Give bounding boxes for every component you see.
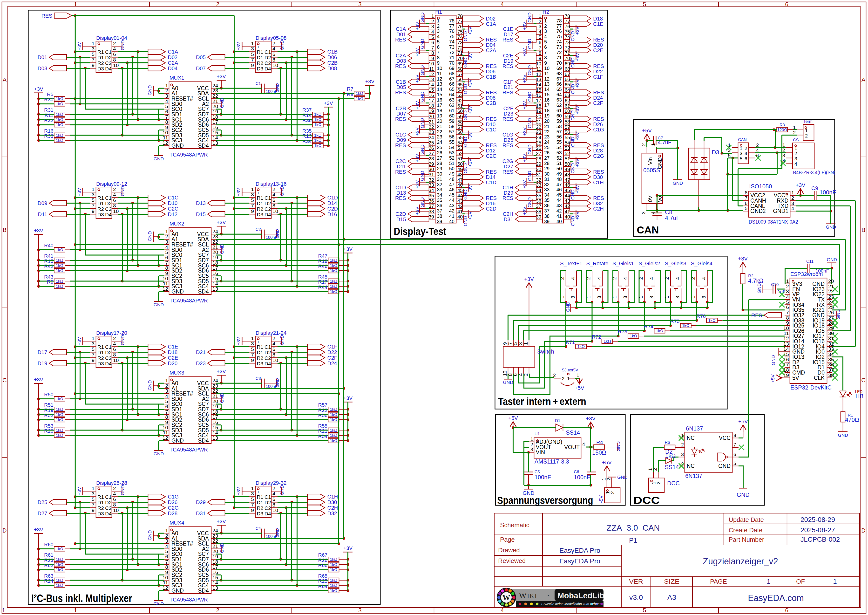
svg-text:1: 1 — [586, 296, 591, 298]
svg-text:R1: R1 — [97, 195, 104, 201]
svg-text:2: 2 — [544, 23, 547, 29]
svg-text:D25: D25 — [37, 499, 47, 505]
svg-text:24: 24 — [828, 299, 834, 305]
svg-text:GND: GND — [154, 302, 164, 307]
svg-text:S_Gleis4: S_Gleis4 — [691, 261, 712, 267]
svg-text:D4: D4 — [265, 66, 271, 72]
svg-text:D: D — [861, 527, 865, 534]
svg-text:61: 61 — [556, 108, 562, 113]
svg-text:42: 42 — [565, 204, 570, 209]
svg-text:10: 10 — [536, 61, 541, 66]
svg-text:17: 17 — [212, 564, 218, 570]
svg-text:49: 49 — [457, 167, 463, 172]
svg-text:64: 64 — [565, 87, 570, 93]
svg-text:18: 18 — [437, 108, 442, 113]
svg-text:D04: D04 — [168, 66, 178, 72]
svg-text:59: 59 — [457, 114, 463, 119]
svg-text:R16: R16 — [44, 128, 53, 134]
svg-text:4.7uF: 4.7uF — [665, 215, 680, 221]
svg-text:53: 53 — [556, 150, 562, 155]
svg-text:1kΩ: 1kΩ — [56, 138, 64, 143]
svg-text:3: 3 — [786, 289, 789, 294]
svg-text:31: 31 — [429, 172, 434, 177]
svg-text:6: 6 — [745, 201, 748, 206]
svg-text:58: 58 — [449, 124, 455, 129]
svg-text:40: 40 — [565, 214, 570, 220]
svg-text:11: 11 — [163, 281, 168, 286]
svg-text:H1: H1 — [435, 9, 442, 15]
svg-text:6: 6 — [273, 496, 275, 502]
svg-text:C1G: C1G — [593, 126, 604, 133]
svg-text:+3V: +3V — [522, 206, 527, 215]
svg-text:6: 6 — [273, 347, 275, 352]
svg-text:4: 4 — [273, 192, 275, 197]
svg-text:8: 8 — [165, 414, 168, 420]
svg-text:+3V: +3V — [586, 415, 595, 421]
svg-text:19: 19 — [783, 372, 789, 378]
svg-text:10: 10 — [113, 208, 118, 214]
svg-text:20: 20 — [429, 114, 434, 119]
svg-text:1kΩ: 1kΩ — [330, 289, 337, 294]
svg-text:75: 75 — [556, 34, 562, 39]
svg-text:GND: GND — [220, 244, 224, 254]
svg-text:50: 50 — [556, 166, 562, 171]
svg-text:GND: GND — [171, 437, 184, 444]
svg-text:D31: D31 — [196, 510, 206, 517]
svg-text:4: 4 — [791, 206, 794, 211]
svg-text:GND: GND — [420, 197, 425, 208]
svg-text:2: 2 — [113, 485, 116, 491]
svg-text:31: 31 — [536, 172, 541, 177]
svg-text:R51: R51 — [44, 402, 53, 407]
svg-text:R13: R13 — [302, 133, 312, 139]
svg-text:R31: R31 — [44, 107, 53, 112]
svg-text:D1: D1 — [97, 500, 104, 505]
svg-text:C2A: C2A — [486, 47, 496, 53]
svg-text:18: 18 — [544, 108, 550, 113]
svg-text:1: 1 — [437, 18, 439, 23]
svg-text:GND: GND — [527, 118, 532, 128]
svg-text:4: 4 — [582, 442, 585, 447]
svg-text:77: 77 — [556, 23, 562, 29]
svg-text:GND: GND — [171, 587, 184, 594]
svg-text:7: 7 — [92, 502, 95, 507]
svg-text:SD4: SD4 — [198, 587, 209, 594]
svg-text:Display13-16: Display13-16 — [256, 181, 287, 187]
svg-text:GND: GND — [527, 65, 532, 75]
svg-text:10: 10 — [162, 130, 168, 135]
svg-text:12: 12 — [162, 140, 168, 146]
svg-text:35: 35 — [536, 193, 541, 198]
svg-text:1: 1 — [728, 142, 731, 148]
svg-text:D3: D3 — [712, 149, 719, 156]
svg-text:D15: D15 — [396, 216, 406, 222]
svg-text:1kΩ: 1kΩ — [56, 133, 64, 138]
svg-text:6: 6 — [165, 109, 168, 114]
svg-text:9: 9 — [92, 507, 95, 513]
svg-text:11: 11 — [163, 430, 168, 435]
svg-text:48: 48 — [565, 172, 570, 177]
svg-text:R34: R34 — [302, 139, 312, 144]
svg-text:77: 77 — [565, 19, 570, 24]
svg-text:VER: VER — [629, 578, 643, 585]
svg-text:67: 67 — [449, 76, 455, 81]
svg-text:19: 19 — [212, 109, 218, 114]
svg-text:GND: GND — [673, 181, 683, 186]
svg-text:21: 21 — [536, 119, 541, 125]
svg-text:R43: R43 — [44, 274, 53, 279]
svg-text:R56: R56 — [318, 412, 327, 418]
svg-text:2: 2 — [523, 373, 528, 376]
svg-text:62: 62 — [556, 103, 562, 108]
svg-text:16: 16 — [783, 357, 789, 362]
svg-text:54: 54 — [457, 140, 463, 145]
svg-text:2: 2 — [165, 88, 168, 93]
svg-text:1: 1 — [791, 190, 794, 195]
svg-text:RES: RES — [395, 169, 406, 175]
svg-text:+3V: +3V — [575, 185, 580, 194]
svg-text:R50: R50 — [44, 392, 53, 397]
svg-text:9: 9 — [165, 570, 168, 575]
svg-text:Taster intern + extern: Taster intern + extern — [498, 396, 586, 407]
svg-text:+3V: +3V — [575, 132, 580, 140]
svg-text:1: 1 — [833, 578, 837, 585]
svg-text:14: 14 — [212, 580, 218, 585]
svg-text:GND: GND — [527, 144, 532, 155]
svg-text:20: 20 — [212, 103, 218, 109]
